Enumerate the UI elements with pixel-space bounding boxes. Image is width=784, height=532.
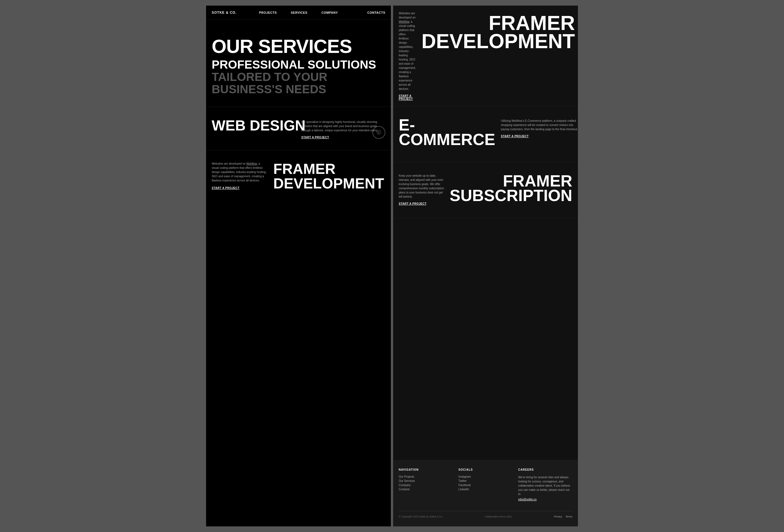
- framer-right-desc: Websites are developed on Webflow, a vis…: [399, 11, 416, 91]
- nav-links: PROJECTS SERVICES COMPANY: [246, 11, 351, 14]
- footer-twitter[interactable]: Twitter: [458, 479, 512, 482]
- webflow-link-r[interactable]: Webflow: [399, 20, 409, 23]
- footer-top: NAVIGATION Our Projects Our Services Com…: [399, 468, 572, 503]
- footer-privacy[interactable]: Privacy: [554, 515, 562, 518]
- footer-careers-email[interactable]: jobs@sotke.co: [518, 497, 572, 502]
- web-design-content: We specialize in designing highly functi…: [301, 118, 385, 139]
- framer-dev-left-section: Websites are developed on Webflow, a vis…: [206, 150, 391, 202]
- footer-nav-projects[interactable]: Our Projects: [399, 475, 453, 478]
- footer-bottom: © Copyright 2023 Made by Sotke & Co. Ind…: [399, 511, 572, 518]
- web-design-desc: We specialize in designing highly functi…: [301, 120, 385, 133]
- hero-sub-gray: TAILORED TO YOUR BUSINESS'S NEEDS: [212, 71, 385, 95]
- framer-left-desc: Websites are developed on Webflow, a vis…: [212, 162, 268, 183]
- footer-socials-col: SOCIALS Instagram Twitter Facebook Linke…: [458, 468, 512, 503]
- nav-projects[interactable]: PROJECTS: [259, 11, 277, 14]
- footer: NAVIGATION Our Projects Our Services Com…: [393, 460, 578, 526]
- footer-careers-col: CAREERS We're hiring for several roles a…: [518, 468, 572, 503]
- footer-facebook[interactable]: Facebook: [458, 483, 512, 487]
- framer-left-content: Websites are developed on Webflow, a vis…: [212, 162, 268, 190]
- ecommerce-cta[interactable]: START A PROJECT: [501, 135, 579, 138]
- ecommerce-desc: Utilizing Webflow's E-Commerce platform,…: [501, 119, 579, 131]
- framer-right-title-block: FRAMER DEVELOPMENT: [421, 11, 575, 50]
- web-design-cta[interactable]: START A PROJECT: [301, 136, 385, 139]
- footer-independent: Independent since 2022: [485, 515, 512, 518]
- footer-terms[interactable]: Terms: [565, 515, 572, 518]
- subscription-content: Keep your website up-to-date, relevant, …: [399, 174, 444, 205]
- footer-nav-company[interactable]: Company: [399, 483, 453, 487]
- hero-sub-white: PROFESSIONAL SOLUTIONS: [212, 58, 385, 71]
- footer-socials-title: SOCIALS: [458, 468, 512, 471]
- footer-copyright: © Copyright 2023 Made by Sotke & Co.: [399, 515, 443, 518]
- footer-legal: Privacy Terms: [554, 515, 572, 518]
- footer-linkedin[interactable]: LinkedIn: [458, 488, 512, 491]
- ecommerce-content: Utilizing Webflow's E-Commerce platform,…: [501, 118, 579, 138]
- footer-careers-text: We're hiring for several roles and alway…: [518, 475, 572, 502]
- subscription-title: FRAMER SUBSCRIPTION: [450, 174, 572, 203]
- framer-right-left: Websites are developed on Webflow, a vis…: [399, 11, 416, 101]
- right-panel: Websites are developed on Webflow, a vis…: [393, 6, 578, 526]
- hero-section: OUR SERVICES PROFESSIONAL SOLUTIONS TAIL…: [206, 20, 391, 107]
- webflow-link[interactable]: Webflow: [246, 162, 257, 165]
- nav-services[interactable]: SERVICES: [291, 11, 307, 14]
- framer-right-title: FRAMER DEVELOPMENT: [421, 11, 575, 50]
- footer-nav-services[interactable]: Our Services: [399, 479, 453, 482]
- ecommerce-section: E-COMMERCE Utilizing Webflow's E-Commerc…: [393, 106, 578, 162]
- navigation: SOTKE & CO. PROJECTS SERVICES COMPANY CO…: [206, 6, 391, 20]
- hero-title: OUR SERVICES: [212, 37, 385, 56]
- left-panel: SOTKE & CO. PROJECTS SERVICES COMPANY CO…: [206, 6, 391, 526]
- footer-navigation-col: NAVIGATION Our Projects Our Services Com…: [399, 468, 453, 503]
- framer-dev-right-section: Websites are developed on Webflow, a vis…: [393, 6, 578, 106]
- subscription-section: Keep your website up-to-date, relevant, …: [393, 162, 578, 218]
- ecommerce-title: E-COMMERCE: [399, 118, 495, 147]
- subscription-desc: Keep your website up-to-date, relevant, …: [399, 174, 444, 199]
- footer-nav-title: NAVIGATION: [399, 468, 453, 471]
- hero-subtitle: PROFESSIONAL SOLUTIONS TAILORED TO YOUR …: [212, 58, 385, 95]
- framer-left-title: FRAMERDEVELOPMENT: [273, 162, 385, 191]
- subscription-cta[interactable]: START A PROJECT: [399, 202, 444, 205]
- logo[interactable]: SOTKE & CO.: [212, 11, 246, 15]
- framer-right-cta[interactable]: START A PROJECT: [399, 94, 416, 101]
- web-design-section: WEB DESIGN We specialize in designing hi…: [206, 107, 391, 150]
- footer-careers-title: CAREERS: [518, 468, 572, 471]
- nav-contacts[interactable]: CONTACTS: [351, 11, 385, 14]
- nav-company[interactable]: COMPANY: [321, 11, 338, 14]
- web-design-title: WEB DESIGN: [212, 118, 296, 133]
- footer-instagram[interactable]: Instagram: [458, 475, 512, 478]
- framer-left-cta[interactable]: START A PROJECT: [212, 187, 268, 190]
- footer-nav-contacts[interactable]: Contacts: [399, 488, 453, 491]
